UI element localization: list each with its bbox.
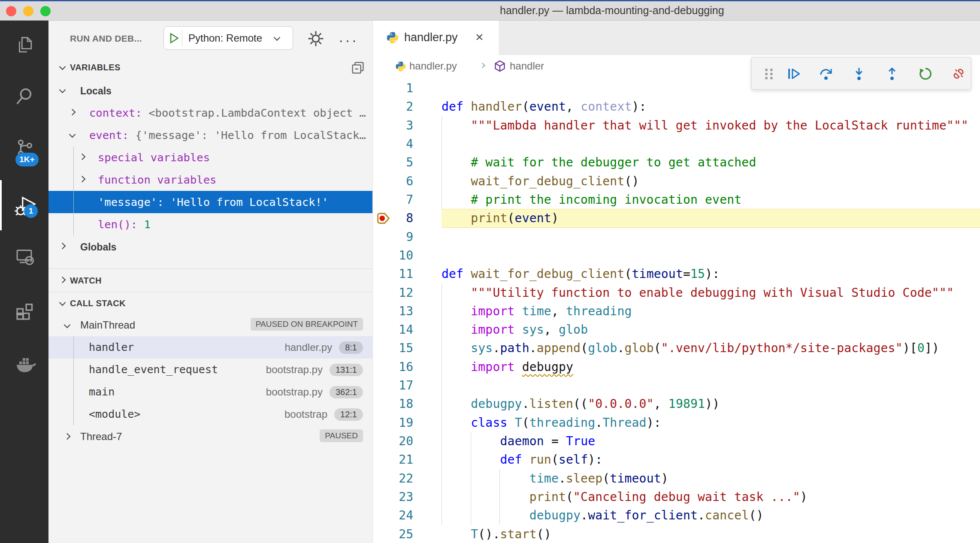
sidebar-item-search[interactable] (0, 75, 48, 118)
code-line-6[interactable]: 6 wait_for_debug_client() (373, 172, 980, 190)
chevron-right-icon[interactable] (64, 433, 71, 440)
sidebar-item-extensions[interactable] (0, 289, 48, 332)
code-line-23[interactable]: 23 print("Canceling debug wait task ..."… (373, 488, 980, 506)
code-line-13[interactable]: 13 import time, threading (373, 302, 980, 320)
traffic-light-minimize[interactable] (23, 6, 33, 16)
traffic-light-close[interactable] (6, 6, 16, 16)
tab-close-icon[interactable]: × (475, 29, 484, 45)
line-number[interactable]: 10 (373, 246, 413, 265)
drag-handle-icon[interactable] (762, 66, 776, 81)
gear-icon[interactable] (307, 30, 324, 47)
line-number[interactable]: 15 (373, 339, 413, 357)
code-line-22[interactable]: 22 time.sleep(timeout) (373, 469, 980, 488)
chevron-right-icon[interactable] (79, 176, 86, 183)
breadcrumb-file[interactable]: handler.py (409, 60, 457, 72)
code-line-24[interactable]: 24 debugpy.wait_for_client.cancel() (373, 506, 980, 525)
line-number[interactable]: 5 (373, 153, 413, 172)
continue-icon[interactable] (786, 66, 801, 81)
variables-row[interactable]: special variables (48, 146, 372, 169)
code-line-21[interactable]: 21 def run(self): (373, 450, 980, 469)
code-line-8[interactable]: 8 print(event) (373, 209, 980, 227)
code-line-14[interactable]: 14 import sys, glob (373, 320, 980, 339)
call-stack-frame-row[interactable]: handlerhandler.py8:1 (48, 336, 372, 359)
line-number[interactable]: 7 (373, 190, 413, 209)
line-number[interactable]: 16 (373, 358, 413, 376)
breadcrumb-symbol[interactable]: handler (510, 60, 544, 72)
section-call-stack[interactable]: CALL STACK (48, 293, 372, 314)
chevron-right-icon[interactable] (59, 243, 66, 250)
line-number[interactable]: 9 (373, 228, 413, 246)
code-line-17[interactable]: 17 (373, 376, 980, 395)
line-number[interactable]: 19 (373, 413, 413, 432)
code-line-15[interactable]: 15 sys.path.append(glob.glob(".venv/lib/… (373, 339, 980, 357)
variables-row[interactable]: function variables (48, 169, 372, 191)
line-number[interactable]: 24 (373, 506, 413, 525)
tab-handler-py[interactable]: handler.py × (373, 21, 499, 55)
code-line-18[interactable]: 18 debugpy.listen(("0.0.0.0", 19891)) (373, 395, 980, 413)
line-number[interactable]: 8 (373, 209, 413, 227)
line-number[interactable]: 13 (373, 302, 413, 320)
line-number[interactable]: 2 (373, 97, 413, 116)
sidebar-item-remote-explorer[interactable] (0, 235, 48, 278)
line-number[interactable]: 1 (373, 79, 413, 97)
code-line-16[interactable]: 16 import debugpy (373, 358, 980, 376)
line-number[interactable]: 20 (373, 432, 413, 450)
call-stack-thread-row[interactable]: MainThreadPAUSED ON BREAKPOINT (48, 314, 372, 336)
variables-row[interactable]: len(): 1 (48, 213, 372, 235)
chevron-right-icon[interactable] (79, 154, 86, 160)
call-stack-frame-row[interactable]: mainbootstrap.py362:1 (48, 381, 372, 403)
sidebar-item-source-control[interactable]: 1K+ (0, 126, 48, 169)
traffic-light-maximize[interactable] (40, 6, 51, 16)
code-line-3[interactable]: 3 """Lambda handler that will get invoke… (373, 116, 980, 135)
line-number[interactable]: 18 (373, 395, 413, 413)
line-number[interactable]: 4 (373, 135, 413, 153)
panels-icon[interactable] (350, 60, 366, 75)
line-number[interactable]: 22 (373, 469, 413, 488)
sidebar-item-explorer[interactable] (0, 23, 48, 66)
code-line-9[interactable]: 9 (373, 228, 980, 246)
restart-icon[interactable] (918, 66, 933, 81)
line-number[interactable]: 14 (373, 320, 413, 339)
step-into-icon[interactable] (852, 66, 866, 81)
line-number[interactable]: 3 (373, 116, 413, 135)
line-number[interactable]: 12 (373, 284, 413, 302)
code-line-12[interactable]: 12 """Utility function to enable debuggi… (373, 284, 980, 302)
code-line-20[interactable]: 20 daemon = True (373, 432, 980, 450)
code-editor[interactable]: 12def handler(event, context):3 """Lambd… (373, 77, 980, 543)
disconnect-icon[interactable] (951, 66, 966, 81)
code-line-7[interactable]: 7 # print the incoming invocation event (373, 190, 980, 209)
section-variables[interactable]: VARIABLES (48, 56, 372, 79)
code-line-19[interactable]: 19 class T(threading.Thread): (373, 413, 980, 432)
step-out-icon[interactable] (885, 66, 899, 81)
line-number[interactable]: 25 (373, 525, 413, 543)
code-line-25[interactable]: 25 T().start() (373, 525, 980, 543)
chevron-right-icon[interactable] (69, 109, 76, 116)
code-line-2[interactable]: 2def handler(event, context): (373, 97, 980, 116)
line-number[interactable]: 23 (373, 488, 413, 506)
code-line-5[interactable]: 5 # wait for the debugger to get attache… (373, 153, 980, 172)
chevron-down-icon[interactable] (69, 131, 76, 138)
line-number[interactable]: 11 (373, 265, 413, 283)
code-line-10[interactable]: 10 (373, 246, 980, 265)
more-actions-icon[interactable]: ··· (339, 32, 358, 48)
code-line-4[interactable]: 4 (373, 135, 980, 153)
variables-row[interactable]: event: {'message': 'Hello from LocalStac… (48, 124, 372, 146)
sidebar-item-run-and-debug[interactable]: 1 (0, 184, 48, 226)
line-number[interactable]: 21 (373, 450, 413, 469)
sidebar-item-docker[interactable] (0, 341, 48, 384)
line-number[interactable]: 17 (373, 376, 413, 395)
line-number[interactable]: 6 (373, 172, 413, 190)
variables-row[interactable]: Globals (48, 235, 372, 258)
call-stack-frame-row[interactable]: <module>bootstrap12:1 (48, 403, 372, 425)
launch-config-dropdown[interactable]: Python: Remote (163, 26, 293, 50)
section-watch[interactable]: WATCH (48, 269, 372, 292)
step-over-icon[interactable] (819, 66, 833, 81)
chevron-down-icon[interactable] (59, 87, 66, 94)
variables-row[interactable]: Locals (48, 79, 372, 102)
call-stack-frame-row[interactable]: handle_event_requestbootstrap.py131:1 (48, 359, 372, 381)
variables-row[interactable]: 'message': 'Hello from LocalStack!' (48, 191, 372, 213)
call-stack-thread-row[interactable]: Thread-7PAUSED (48, 425, 372, 448)
variables-row[interactable]: context: <bootstrap.LambdaContext object… (48, 102, 372, 124)
code-line-11[interactable]: 11def wait_for_debug_client(timeout=15): (373, 265, 980, 283)
start-debug-icon[interactable] (168, 32, 180, 44)
